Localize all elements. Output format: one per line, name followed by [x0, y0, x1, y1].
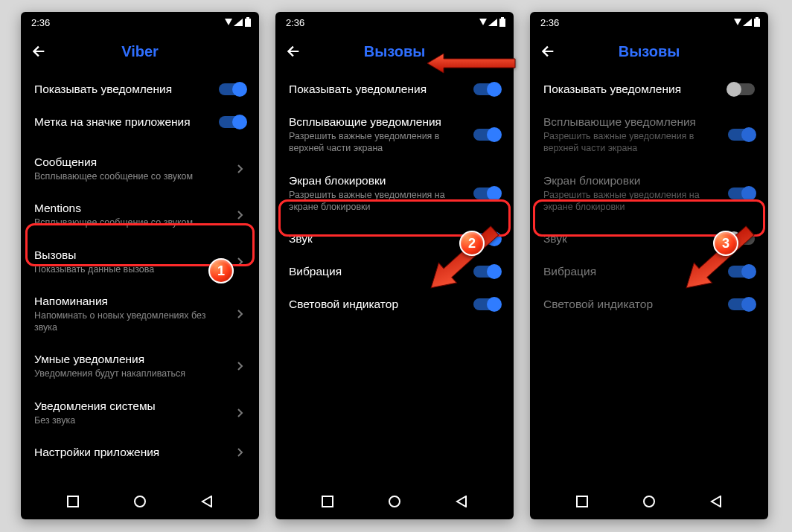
- row-title: Настройки приложения: [34, 446, 226, 459]
- row-reminders[interactable]: Напоминания Напоминать о новых уведомлен…: [21, 285, 259, 344]
- svg-point-12: [389, 496, 400, 507]
- nav-back-icon[interactable]: [454, 494, 469, 509]
- settings-list: Показывать уведомления Всплывающие уведо…: [275, 70, 514, 484]
- status-bar: 2:36: [21, 12, 259, 33]
- row-title: Mentions: [34, 202, 226, 215]
- chevron-right-icon: [235, 309, 246, 319]
- row-system[interactable]: Уведомления системы Без звука: [21, 390, 259, 436]
- row-lock-screen[interactable]: Экран блокировки Разрешить важные уведом…: [530, 164, 768, 223]
- toggle-show-notifications[interactable]: [728, 83, 755, 95]
- nav-back-icon[interactable]: [199, 494, 214, 509]
- app-header: Вызовы: [275, 33, 514, 70]
- nav-recent-icon[interactable]: [320, 494, 335, 509]
- row-vibration[interactable]: Вибрация: [275, 255, 514, 288]
- row-popups[interactable]: Всплывающие уведомления Разрешить важные…: [275, 106, 514, 164]
- back-arrow-icon[interactable]: [30, 42, 48, 60]
- signal-icon: [488, 19, 497, 26]
- row-sub: Разрешить важные уведомления на экране б…: [543, 189, 719, 214]
- row-mentions[interactable]: Mentions Всплывающее сообщение со звуком: [21, 192, 259, 238]
- status-bar: 2:36: [530, 12, 768, 33]
- row-sub: Без звука: [34, 414, 226, 426]
- row-sub: Разрешить важные уведомления в верхней ч…: [289, 130, 464, 155]
- android-navbar: [21, 484, 259, 519]
- row-app-settings[interactable]: Настройки приложения: [21, 436, 259, 469]
- svg-point-19: [644, 496, 654, 507]
- android-navbar: [275, 484, 514, 519]
- chevron-right-icon: [235, 408, 246, 418]
- status-time: 2:36: [31, 17, 50, 28]
- svg-rect-9: [499, 19, 505, 27]
- svg-marker-6: [202, 496, 211, 507]
- svg-marker-8: [488, 19, 497, 26]
- svg-marker-20: [712, 496, 721, 507]
- nav-home-icon[interactable]: [642, 494, 657, 509]
- nav-home-icon[interactable]: [387, 494, 402, 509]
- svg-marker-15: [743, 19, 752, 26]
- row-title: Всплывающие уведомления: [289, 115, 464, 129]
- row-title: Световой индикатор: [289, 298, 464, 311]
- row-title: Вибрация: [543, 265, 719, 278]
- row-smart[interactable]: Умные уведомления Уведомления будут нака…: [21, 343, 259, 389]
- header-title: Вызовы: [530, 43, 768, 60]
- svg-rect-4: [68, 496, 78, 507]
- toggle-light[interactable]: [473, 298, 500, 310]
- row-vibration[interactable]: Вибрация: [530, 255, 768, 288]
- row-badge[interactable]: Метка на значке приложения: [21, 106, 259, 138]
- toggle-popups[interactable]: [728, 129, 755, 141]
- toggle-vibration[interactable]: [473, 266, 500, 278]
- status-bar: 2:36: [275, 12, 514, 33]
- row-title: Всплывающие уведомления: [543, 115, 719, 129]
- row-light[interactable]: Световой индикатор: [530, 288, 768, 321]
- signal-icon: [743, 19, 752, 26]
- toggle-lock-screen[interactable]: [473, 188, 500, 199]
- row-light[interactable]: Световой индикатор: [275, 288, 514, 321]
- svg-marker-14: [734, 19, 741, 25]
- back-arrow-icon[interactable]: [539, 42, 557, 60]
- status-icons: [479, 17, 506, 28]
- row-sub: Всплывающее сообщение со звуком: [34, 217, 226, 228]
- row-title: Экран блокировки: [543, 174, 719, 188]
- row-title: Вибрация: [289, 265, 464, 278]
- svg-rect-18: [577, 496, 587, 507]
- svg-marker-0: [225, 19, 232, 25]
- svg-rect-2: [245, 19, 251, 27]
- chevron-right-icon: [235, 447, 246, 458]
- chevron-right-icon: [235, 210, 246, 220]
- nav-recent-icon[interactable]: [575, 494, 590, 509]
- toggle-light[interactable]: [728, 298, 755, 310]
- toggle-badge[interactable]: [219, 116, 246, 128]
- row-title: Показывать уведомления: [34, 83, 210, 96]
- toggle-show-notifications[interactable]: [473, 83, 500, 95]
- toggle-show-notifications[interactable]: [219, 83, 246, 95]
- svg-point-5: [135, 496, 145, 507]
- row-show-notifications[interactable]: Показывать уведомления: [275, 73, 514, 106]
- row-show-notifications[interactable]: Показывать уведомления: [530, 73, 768, 106]
- phone-screen-3: 2:36 Вызовы Показывать уведомления Всплы…: [530, 12, 768, 519]
- signal-down-icon: [225, 19, 232, 26]
- row-title: Показывать уведомления: [289, 83, 464, 96]
- header-title: Viber: [21, 43, 259, 60]
- toggle-lock-screen[interactable]: [728, 188, 755, 199]
- toggle-vibration[interactable]: [728, 266, 755, 278]
- header-title: Вызовы: [275, 43, 514, 60]
- row-show-notifications[interactable]: Показывать уведомления: [21, 73, 259, 106]
- android-navbar: [530, 484, 768, 519]
- row-sub: Разрешить важные уведомления в верхней ч…: [543, 130, 719, 155]
- signal-down-icon: [479, 19, 487, 26]
- row-messages[interactable]: Сообщения Всплывающее сообщение со звуко…: [21, 146, 259, 192]
- row-title: Экран блокировки: [289, 174, 464, 188]
- row-lock-screen[interactable]: Экран блокировки Разрешить важные уведом…: [275, 164, 514, 223]
- app-header: Вызовы: [530, 33, 768, 70]
- badge-3: 3: [713, 231, 738, 256]
- nav-back-icon[interactable]: [709, 494, 724, 509]
- settings-list: Показывать уведомления Всплывающие уведо…: [530, 70, 768, 484]
- svg-marker-13: [457, 496, 466, 507]
- toggle-popups[interactable]: [473, 129, 500, 141]
- chevron-right-icon: [235, 164, 246, 174]
- nav-recent-icon[interactable]: [66, 494, 80, 509]
- back-arrow-icon[interactable]: [284, 42, 302, 60]
- nav-home-icon[interactable]: [132, 494, 147, 509]
- signal-down-icon: [734, 19, 741, 26]
- row-popups[interactable]: Всплывающие уведомления Разрешить важные…: [530, 106, 768, 164]
- signal-icon: [234, 19, 243, 26]
